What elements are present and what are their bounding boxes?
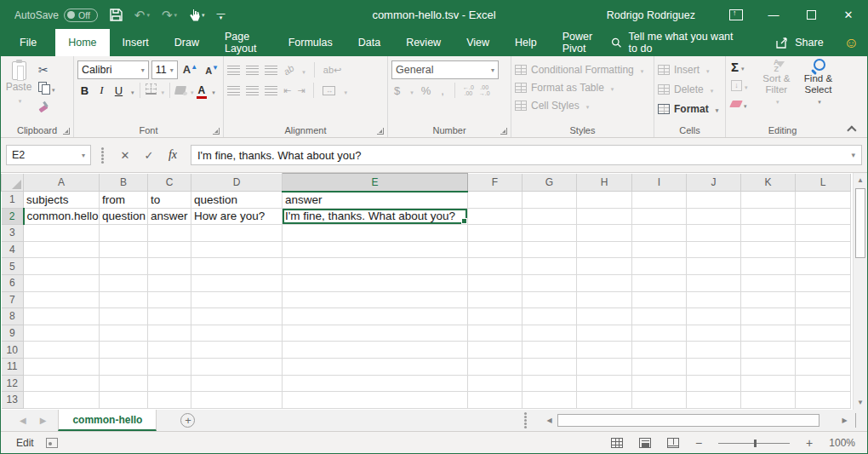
row-header-7[interactable]: 7 bbox=[2, 291, 24, 308]
tab-help[interactable]: Help bbox=[502, 29, 550, 56]
cell-J8[interactable] bbox=[687, 308, 741, 325]
align-center-icon[interactable] bbox=[246, 86, 259, 95]
font-color-button[interactable]: A bbox=[197, 82, 208, 99]
feedback-smiley-icon[interactable]: ☺ bbox=[844, 36, 859, 50]
cell-L6[interactable] bbox=[796, 274, 851, 291]
tab-review[interactable]: Review bbox=[393, 29, 454, 56]
cell-L8[interactable] bbox=[796, 308, 851, 325]
tab-data[interactable]: Data bbox=[345, 29, 393, 56]
percent-style-button[interactable]: % bbox=[419, 84, 434, 97]
tab-page-layout[interactable]: Page Layout bbox=[212, 29, 276, 56]
zoom-slider[interactable] bbox=[718, 443, 790, 444]
cell-E3[interactable] bbox=[283, 225, 468, 242]
name-box[interactable]: E2 ▾ bbox=[6, 145, 91, 165]
cell-F11[interactable] bbox=[468, 358, 523, 375]
cell-K13[interactable] bbox=[741, 392, 796, 409]
font-dialog-launcher-icon[interactable] bbox=[213, 128, 220, 135]
increase-indent-icon[interactable]: ⇥ bbox=[297, 85, 305, 96]
cell-F6[interactable] bbox=[468, 274, 523, 291]
cell-A1[interactable]: subjects bbox=[24, 192, 100, 209]
cell-I11[interactable] bbox=[632, 358, 687, 375]
cell-I3[interactable] bbox=[632, 225, 687, 242]
cell-K5[interactable] bbox=[741, 258, 796, 275]
cell-F10[interactable] bbox=[468, 342, 523, 359]
cell-K11[interactable] bbox=[741, 358, 796, 375]
zoom-slider-thumb[interactable] bbox=[754, 440, 757, 447]
cell-C8[interactable] bbox=[148, 308, 191, 325]
decrease-font-size-button[interactable]: A▼ bbox=[203, 64, 221, 76]
enter-button[interactable]: ✓ bbox=[138, 145, 160, 165]
row-header-3[interactable]: 3 bbox=[2, 225, 24, 242]
italic-button[interactable]: I bbox=[94, 83, 109, 97]
cell-H11[interactable] bbox=[577, 358, 632, 375]
format-as-table-button[interactable]: Format as Table bbox=[515, 78, 652, 96]
font-name-combobox[interactable]: Calibri▾ bbox=[77, 60, 149, 79]
cell-B5[interactable] bbox=[100, 258, 148, 275]
cell-C3[interactable] bbox=[148, 225, 191, 242]
tab-view[interactable]: View bbox=[454, 29, 502, 56]
tab-power-pivot[interactable]: Power Pivot bbox=[550, 29, 611, 56]
cell-C12[interactable] bbox=[148, 375, 191, 392]
cell-I6[interactable] bbox=[632, 274, 687, 291]
column-header-E[interactable]: E bbox=[283, 174, 468, 192]
cell-E9[interactable] bbox=[283, 325, 468, 342]
redo-button[interactable]: ↷▾ bbox=[162, 8, 177, 23]
cell-F12[interactable] bbox=[468, 375, 523, 392]
cell-B12[interactable] bbox=[100, 375, 148, 392]
cell-E11[interactable] bbox=[283, 358, 468, 375]
borders-dropdown-icon[interactable] bbox=[159, 83, 165, 98]
cell-D11[interactable] bbox=[191, 358, 283, 375]
column-header-G[interactable]: G bbox=[523, 174, 577, 192]
row-header-5[interactable]: 5 bbox=[2, 258, 24, 275]
number-dialog-launcher-icon[interactable] bbox=[500, 128, 507, 135]
cancel-button[interactable]: ✕ bbox=[114, 145, 136, 165]
cell-J11[interactable] bbox=[687, 358, 741, 375]
bold-button[interactable]: B bbox=[77, 84, 92, 97]
tab-formulas[interactable]: Formulas bbox=[276, 29, 345, 56]
select-all-corner[interactable] bbox=[2, 174, 24, 192]
cell-A13[interactable] bbox=[24, 392, 100, 409]
cell-J10[interactable] bbox=[687, 342, 741, 359]
cell-A6[interactable] bbox=[24, 274, 100, 291]
cell-D1[interactable]: question bbox=[191, 192, 283, 209]
cell-G6[interactable] bbox=[523, 274, 577, 291]
cell-B10[interactable] bbox=[100, 342, 148, 359]
cell-B9[interactable] bbox=[100, 325, 148, 342]
user-name[interactable]: Rodrigo Rodriguez bbox=[607, 9, 695, 21]
cell-K7[interactable] bbox=[741, 291, 796, 308]
tab-file[interactable]: File bbox=[1, 29, 55, 56]
accounting-format-button[interactable]: $ bbox=[391, 84, 403, 97]
cell-D12[interactable] bbox=[191, 375, 283, 392]
cell-D10[interactable] bbox=[191, 342, 283, 359]
cell-B1[interactable]: from bbox=[100, 192, 148, 209]
row-header-1[interactable]: 1 bbox=[2, 192, 24, 209]
cell-E1[interactable]: answer bbox=[283, 192, 468, 209]
zoom-in-button[interactable]: + bbox=[806, 436, 813, 450]
tab-insert[interactable]: Insert bbox=[110, 29, 162, 56]
cell-F9[interactable] bbox=[468, 325, 523, 342]
paste-button[interactable]: Paste bbox=[4, 60, 33, 124]
cell-J2[interactable] bbox=[687, 208, 741, 225]
cell-I5[interactable] bbox=[632, 258, 687, 275]
cell-C2[interactable]: answer bbox=[148, 208, 191, 225]
touch-mode-dropdown-icon[interactable]: ▾ bbox=[202, 12, 205, 19]
cell-K1[interactable] bbox=[741, 192, 796, 209]
column-header-J[interactable]: J bbox=[687, 174, 741, 192]
cell-H3[interactable] bbox=[577, 225, 632, 242]
format-cells-button[interactable]: Format bbox=[658, 100, 723, 118]
cell-D5[interactable] bbox=[191, 258, 283, 275]
row-header-9[interactable]: 9 bbox=[2, 325, 24, 342]
orientation-dropdown-icon[interactable] bbox=[300, 62, 306, 78]
cell-C9[interactable] bbox=[148, 325, 191, 342]
fill-color-button[interactable] bbox=[175, 83, 186, 98]
cell-G2[interactable] bbox=[523, 208, 577, 225]
save-button[interactable] bbox=[110, 9, 123, 21]
cell-F1[interactable] bbox=[468, 192, 523, 209]
cell-J7[interactable] bbox=[687, 291, 741, 308]
cell-K9[interactable] bbox=[741, 325, 796, 342]
cell-A10[interactable] bbox=[24, 342, 100, 359]
font-size-combobox[interactable]: 11▾ bbox=[151, 60, 178, 79]
row-header-8[interactable]: 8 bbox=[2, 308, 24, 325]
clipboard-dialog-launcher-icon[interactable] bbox=[63, 128, 70, 135]
cell-H10[interactable] bbox=[577, 342, 632, 359]
